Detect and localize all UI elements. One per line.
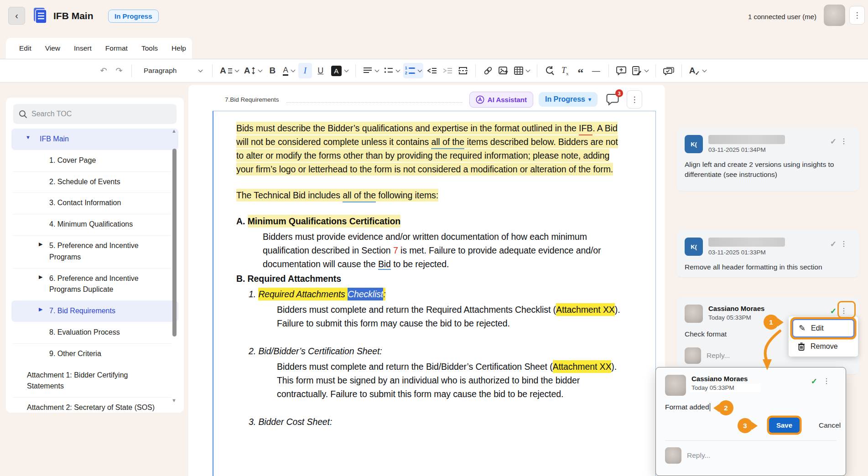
scrollbar-up-arrow[interactable]: ▲ xyxy=(172,128,177,134)
divider xyxy=(13,397,171,398)
save-button[interactable]: Save xyxy=(769,418,800,433)
indent-button[interactable] xyxy=(441,63,454,78)
chevron-down-icon xyxy=(702,68,707,72)
sidebar-item-minimum-qualifications[interactable]: 4. Minimum Qualifications xyxy=(6,214,184,235)
expand-arrow-icon[interactable]: ▶ xyxy=(39,306,42,312)
chat-check-icon xyxy=(663,66,674,75)
doc-run: following items: xyxy=(376,189,438,202)
comment-context-menu: ✎ Edit Remove xyxy=(789,316,858,357)
redacted-author-name xyxy=(708,135,785,144)
avatar xyxy=(665,375,686,396)
sidebar-item-preference-programs-duplicate[interactable]: ▶6. Preference and Incentive Programs Du… xyxy=(6,268,184,301)
comment-header: K( 03-11-2025 01:34PM ✓ ⋮ xyxy=(685,135,851,153)
menu-tools[interactable]: Tools xyxy=(135,41,165,56)
spellcheck-button[interactable]: A✓ xyxy=(687,63,708,78)
bullet-list-button[interactable] xyxy=(382,63,401,78)
page-break-button[interactable] xyxy=(456,63,470,78)
document-page[interactable]: Bids must describe the Bidder’s qualific… xyxy=(213,111,656,476)
document-icon xyxy=(30,6,49,25)
sidebar-item-schedule-of-events[interactable]: 2. Schedule of Events xyxy=(6,171,184,193)
notes-button[interactable] xyxy=(630,63,650,78)
add-comment-button[interactable] xyxy=(614,63,628,78)
font-size-button[interactable]: A xyxy=(242,63,264,78)
sidebar-item-bid-requirements[interactable]: ▶7. Bid Requirements xyxy=(11,300,178,322)
sidebar-item-contact-information[interactable]: 3. Contact Information xyxy=(6,192,184,214)
doc-run: Minimum Qualifications Certification xyxy=(248,215,401,228)
text-color-icon: A xyxy=(283,66,288,76)
text-cursor xyxy=(710,403,711,411)
undo-button[interactable]: ↶ xyxy=(97,63,110,78)
page-break-icon xyxy=(458,67,468,75)
italic-button[interactable]: I xyxy=(298,63,312,78)
divider xyxy=(665,440,837,441)
comment-count-badge: 3 xyxy=(615,89,623,97)
menu-view[interactable]: View xyxy=(38,41,67,56)
toc-search[interactable] xyxy=(13,104,177,124)
reply-row[interactable]: Reply... xyxy=(665,447,837,464)
insert-image-button[interactable] xyxy=(497,63,510,78)
resolve-check-icon[interactable]: ✓ xyxy=(830,239,837,249)
ai-assistant-button[interactable]: AI Assistant xyxy=(469,92,533,108)
back-button[interactable]: ‹ xyxy=(8,7,25,25)
menu-format[interactable]: Format xyxy=(99,41,135,56)
sidebar-item-evaluation-process[interactable]: 8. Evaluation Process xyxy=(6,322,184,343)
edit-menu-item[interactable]: ✎ Edit xyxy=(792,319,854,337)
redo-button[interactable]: ↷ xyxy=(112,63,126,78)
comment-timestamp: Today 05:33PM xyxy=(708,314,764,321)
find-replace-button[interactable] xyxy=(543,63,556,78)
remove-menu-item[interactable]: Remove xyxy=(792,337,854,353)
resolve-check-icon[interactable]: ✓ xyxy=(830,137,837,146)
sidebar-item-attachment-1[interactable]: Attachment 1: Bidder Certifying Statemen… xyxy=(6,365,184,398)
comment-kebab-button[interactable]: ⋮ xyxy=(820,376,833,386)
comment-timestamp: Today 05:33PM xyxy=(690,383,761,392)
avatar[interactable] xyxy=(824,5,845,26)
outdent-button[interactable] xyxy=(425,63,439,78)
sidebar-item-preference-programs[interactable]: ▶5. Preference and Incentive Programs xyxy=(6,235,184,268)
menu-edit[interactable]: Edit xyxy=(12,41,38,56)
redacted-author-name xyxy=(708,238,785,247)
highlight-color-button[interactable]: A xyxy=(329,63,350,78)
comment-kebab-button[interactable]: ⋮ xyxy=(837,136,850,146)
section-kebab-button[interactable]: ⋮ xyxy=(627,90,642,109)
italic-icon: I xyxy=(304,66,307,76)
resolve-check-icon[interactable]: ✓ xyxy=(830,306,837,316)
collapse-arrow-icon[interactable]: ▼ xyxy=(26,135,31,140)
font-style-button[interactable]: A xyxy=(218,63,240,78)
sidebar-scrollbar-thumb[interactable] xyxy=(172,149,177,336)
insert-table-button[interactable] xyxy=(512,63,531,78)
menu-help[interactable]: Help xyxy=(165,41,193,56)
comment-kebab-button[interactable]: ⋮ xyxy=(837,305,850,316)
paragraph-style-select[interactable]: Paragraph xyxy=(137,62,207,79)
numbered-list-button[interactable]: 12 xyxy=(403,63,423,78)
comment-kebab-button[interactable]: ⋮ xyxy=(837,238,850,249)
comments-toggle-button[interactable]: 3 xyxy=(606,93,619,106)
sidebar-item-cover-page[interactable]: 1. Cover Page xyxy=(6,150,184,171)
doc-run: 1. xyxy=(249,289,258,299)
chevron-down-icon xyxy=(644,68,649,72)
clear-formatting-button[interactable]: Tx xyxy=(558,63,572,78)
cancel-button[interactable]: Cancel xyxy=(819,421,841,429)
numbered-list-icon: 12 xyxy=(405,66,415,75)
sidebar-item-ifb-main[interactable]: ▼IFB Main xyxy=(11,129,178,150)
search-input[interactable] xyxy=(31,110,146,118)
align-button[interactable] xyxy=(361,63,380,78)
resolve-check-icon[interactable]: ✓ xyxy=(811,377,817,386)
resolved-comments-button[interactable] xyxy=(661,63,676,78)
horizontal-rule-button[interactable]: — xyxy=(589,63,603,78)
underline-button[interactable]: U xyxy=(314,63,327,78)
menu-insert[interactable]: Insert xyxy=(67,41,99,56)
blockquote-button[interactable]: “ xyxy=(574,63,587,78)
trash-icon xyxy=(798,342,805,351)
comment-edit-field[interactable]: Format added xyxy=(665,403,837,411)
expand-arrow-icon[interactable]: ▶ xyxy=(39,241,42,247)
bold-button[interactable]: B xyxy=(265,63,279,78)
text-color-button[interactable]: A xyxy=(281,63,296,78)
sidebar-item-attachment-2[interactable]: Attachment 2: Secretary of State (SOS) F… xyxy=(6,397,184,413)
scrollbar-down-arrow[interactable]: ▼ xyxy=(172,398,177,403)
header-kebab-button[interactable]: ⋮ xyxy=(849,6,865,25)
section-title: 7.Bid Requirements xyxy=(225,96,279,103)
insert-link-button[interactable] xyxy=(481,63,495,78)
expand-arrow-icon[interactable]: ▶ xyxy=(39,274,42,280)
section-status-dropdown[interactable]: In Progress ▾ xyxy=(539,92,598,107)
sidebar-item-other-criteria[interactable]: 9. Other Criteria xyxy=(6,343,184,365)
